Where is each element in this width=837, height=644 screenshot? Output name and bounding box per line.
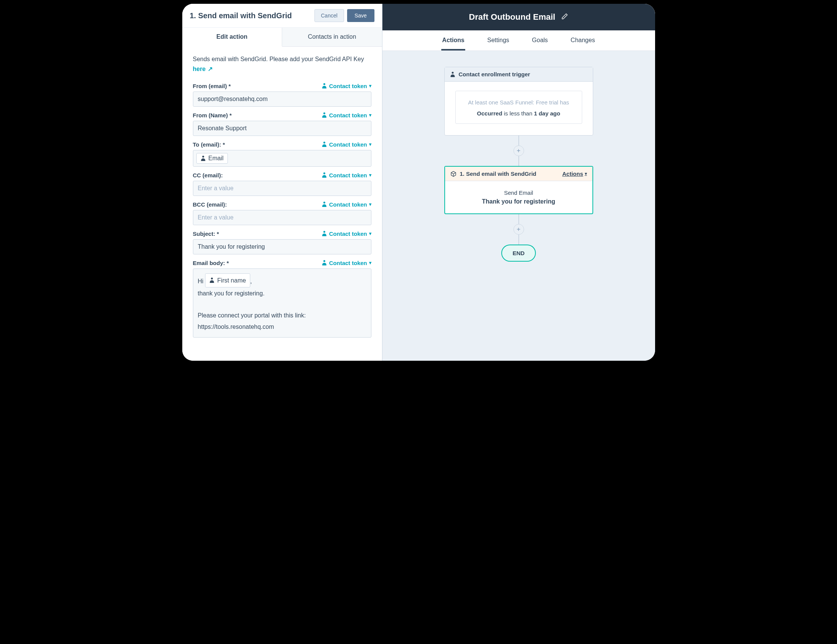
field-to-email: To (email): * Contact token ▾ Email	[193, 141, 371, 167]
person-icon	[200, 156, 206, 161]
person-icon	[322, 202, 327, 207]
field-from-email: From (email) * Contact token ▾	[193, 83, 371, 107]
trigger-condition-line1: At least one SaaS Funnel: Free trial has	[463, 98, 574, 107]
save-button[interactable]: Save	[347, 9, 374, 22]
panel-title: 1. Send email with SendGrid	[190, 11, 292, 20]
trigger-body: At least one SaaS Funnel: Free trial has…	[445, 82, 593, 135]
body-line-2: thank you for registering.	[198, 288, 366, 298]
contact-token-link[interactable]: Contact token ▾	[322, 172, 371, 179]
external-link-icon: ↗	[208, 66, 213, 72]
cc-email-input[interactable]	[193, 181, 371, 196]
caret-down-icon: ▾	[369, 83, 371, 88]
body-line-1: Hi First name,	[198, 274, 366, 287]
add-step-button[interactable]: +	[514, 146, 524, 156]
time-strong: 1 day ago	[534, 110, 560, 116]
caret-down-icon: ▾	[369, 260, 371, 265]
contact-token-link[interactable]: Contact token ▾	[322, 231, 371, 237]
mid-text: is less than	[502, 110, 534, 116]
from-email-label: From (email) *	[193, 83, 231, 89]
token-text: Contact token	[329, 141, 367, 148]
person-icon	[322, 112, 327, 118]
workflow-canvas[interactable]: Contact enrollment trigger At least one …	[382, 51, 655, 361]
left-header: 1. Send email with SendGrid Cancel Save	[182, 4, 382, 28]
action-node[interactable]: 1. Send email with SendGrid Actions ▾ Se…	[444, 166, 593, 214]
contact-token-link[interactable]: Contact token ▾	[322, 201, 371, 208]
field-email-body: Email body: * Contact token ▾ Hi First n…	[193, 260, 371, 338]
greeting-suffix: ,	[250, 278, 252, 284]
action-menu-dropdown[interactable]: Actions ▾	[562, 170, 587, 177]
edit-title-button[interactable]	[561, 13, 568, 21]
occurred-strong: Occurred	[477, 110, 502, 116]
subnav-actions[interactable]: Actions	[441, 30, 465, 51]
person-icon	[322, 260, 327, 265]
subject-input[interactable]	[193, 239, 371, 254]
connector-line	[519, 235, 519, 244]
token-text: Contact token	[329, 260, 367, 266]
trigger-condition: At least one SaaS Funnel: Free trial has…	[455, 91, 582, 124]
action-subtitle: Send Email	[453, 190, 585, 196]
subnav-goals[interactable]: Goals	[531, 30, 549, 51]
trigger-header-text: Contact enrollment trigger	[459, 71, 530, 77]
left-panel: 1. Send email with SendGrid Cancel Save …	[182, 4, 382, 361]
action-main-text: Thank you for registering	[453, 198, 585, 205]
bcc-email-input[interactable]	[193, 210, 371, 225]
action-header-left: 1. Send email with SendGrid	[450, 170, 537, 177]
from-name-label: From (Name) *	[193, 112, 232, 118]
person-icon	[322, 231, 327, 236]
api-key-link[interactable]: here ↗	[193, 66, 213, 72]
contact-token-link[interactable]: Contact token ▾	[322, 112, 371, 118]
body-line-blank	[198, 299, 366, 310]
token-chip-first-name[interactable]: First name	[205, 274, 250, 287]
caret-down-icon: ▾	[585, 171, 587, 176]
action-header-text: 1. Send email with SendGrid	[460, 170, 537, 177]
field-bcc-email: BCC (email): Contact token ▾	[193, 201, 371, 225]
token-text: Contact token	[329, 112, 367, 118]
subject-label: Subject: *	[193, 231, 219, 237]
cc-email-label: CC (email):	[193, 172, 223, 179]
caret-down-icon: ▾	[369, 112, 371, 118]
body-line-3: Please connect your portal with this lin…	[198, 310, 366, 321]
description-text: Sends email with SendGrid. Please add yo…	[193, 54, 371, 74]
field-row: CC (email): Contact token ▾	[193, 172, 371, 179]
add-step-button[interactable]: +	[514, 224, 524, 235]
from-email-input[interactable]	[193, 92, 371, 107]
email-body-editor[interactable]: Hi First name, thank you for registering…	[193, 269, 371, 338]
field-from-name: From (Name) * Contact token ▾	[193, 112, 371, 136]
contact-token-link[interactable]: Contact token ▾	[322, 260, 371, 266]
from-name-input[interactable]	[193, 121, 371, 136]
description-span: Sends email with SendGrid. Please add yo…	[193, 56, 364, 62]
trigger-condition-line2: Occurred is less than 1 day ago	[463, 110, 574, 116]
person-icon	[209, 278, 215, 283]
tab-contacts-in-action[interactable]: Contacts in action	[282, 28, 382, 46]
caret-down-icon: ▾	[369, 142, 371, 147]
connector-line	[519, 214, 519, 224]
right-panel: Draft Outbound Email Actions Settings Go…	[382, 4, 655, 361]
right-header: Draft Outbound Email	[382, 4, 655, 30]
actions-label: Actions	[562, 170, 583, 177]
contact-token-link[interactable]: Contact token ▾	[322, 141, 371, 148]
token-text: Contact token	[329, 231, 367, 237]
cancel-button[interactable]: Cancel	[314, 9, 344, 22]
subnav-changes[interactable]: Changes	[570, 30, 596, 51]
caret-down-icon: ▾	[369, 172, 371, 178]
token-text: Contact token	[329, 172, 367, 179]
trigger-node[interactable]: Contact enrollment trigger At least one …	[444, 67, 593, 136]
form-body: Sends email with SendGrid. Please add yo…	[182, 47, 382, 361]
to-email-input[interactable]: Email	[193, 150, 371, 167]
connector-line	[519, 156, 519, 166]
token-chip-email[interactable]: Email	[196, 153, 228, 164]
person-icon	[322, 172, 327, 178]
header-buttons: Cancel Save	[314, 9, 374, 22]
caret-down-icon: ▾	[369, 231, 371, 236]
field-row: From (Name) * Contact token ▾	[193, 112, 371, 118]
field-row: BCC (email): Contact token ▾	[193, 201, 371, 208]
body-line-4: https://tools.resonatehq.com	[198, 322, 366, 332]
person-icon	[322, 83, 327, 88]
tab-edit-action[interactable]: Edit action	[182, 28, 282, 47]
chip-label: First name	[217, 275, 246, 285]
contact-token-link[interactable]: Contact token ▾	[322, 83, 371, 89]
end-node[interactable]: END	[501, 244, 536, 262]
right-subnav: Actions Settings Goals Changes	[382, 30, 655, 51]
subnav-settings[interactable]: Settings	[486, 30, 510, 51]
left-tabs: Edit action Contacts in action	[182, 28, 382, 47]
